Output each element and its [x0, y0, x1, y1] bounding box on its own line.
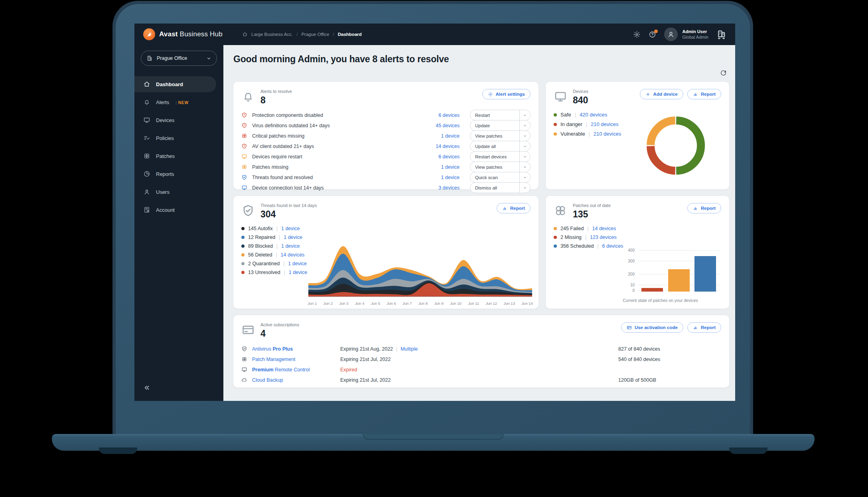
alert-action-dropdown[interactable]: Restart	[470, 110, 531, 120]
dropdown-chevron[interactable]	[519, 183, 530, 193]
legend-devices-link[interactable]: 210 devices	[594, 131, 621, 137]
x-axis-label: Jun 14	[521, 301, 533, 306]
legend-dot	[554, 245, 557, 248]
alert-settings-button[interactable]: Alert settings	[482, 89, 531, 99]
monitor-icon	[143, 116, 150, 124]
dropdown-chevron[interactable]	[519, 162, 530, 172]
subscription-name-link[interactable]: Antivirus Pro Plus	[241, 346, 340, 352]
subscriptions-report-button[interactable]: Report	[687, 322, 721, 333]
pie-icon	[143, 170, 150, 178]
sidebar-item-alerts[interactable]: Alerts | NEW	[134, 94, 216, 110]
patches-report-button[interactable]: Report	[687, 203, 721, 213]
sidebar-collapse-icon[interactable]	[143, 384, 150, 391]
subscription-name-link[interactable]: Premium Remote Control	[241, 367, 340, 373]
threats-report-button[interactable]: Report	[497, 203, 531, 213]
dropdown-label: Restart	[470, 113, 519, 118]
devices-report-button[interactable]: Report	[687, 89, 721, 99]
alert-action-dropdown[interactable]: View patches	[470, 130, 531, 141]
alert-action-dropdown[interactable]: Update	[470, 120, 531, 131]
legend-devices-link[interactable]: 1 device	[284, 235, 302, 240]
sidebar-item-policies[interactable]: Policies	[134, 130, 216, 146]
sidebar-item-users[interactable]: Users	[134, 184, 216, 200]
brand-light: Business Hub	[180, 30, 223, 38]
alert-action-dropdown[interactable]: Quick scan	[470, 172, 531, 183]
y-axis-tick: 200	[628, 272, 635, 276]
breadcrumb-item[interactable]: Large Business Acc.	[251, 32, 293, 37]
dropdown-chevron[interactable]	[519, 120, 530, 130]
alert-row: Patches missing 1 device View patches	[241, 163, 531, 171]
add-device-button[interactable]: Add device	[640, 89, 683, 99]
legend-devices-link[interactable]: 1 device	[281, 243, 300, 249]
bar-scheduled	[694, 256, 716, 292]
alert-devices-link[interactable]: 6 devices	[422, 154, 460, 160]
chevron-down-icon	[206, 56, 211, 61]
breadcrumb-item[interactable]: Prague Office	[301, 32, 329, 37]
subscription-name-link[interactable]: Patch Management	[241, 356, 340, 362]
alert-action-dropdown[interactable]: Dismiss all	[470, 182, 531, 193]
legend-devices-link[interactable]: 1 device	[289, 270, 308, 275]
alert-action-dropdown[interactable]: Restart devices	[470, 151, 531, 162]
subscription-row: Antivirus Pro Plus Expiring 21st Aug, 20…	[241, 345, 721, 352]
refresh-icon[interactable]	[720, 69, 727, 76]
x-axis-label: Jun 1	[308, 301, 317, 306]
dropdown-chevron[interactable]	[519, 110, 530, 120]
dropdown-chevron[interactable]	[519, 152, 530, 162]
report-label: Report	[701, 325, 716, 330]
legend-devices-link[interactable]: 14 devices	[281, 252, 305, 258]
sidebar-item-account[interactable]: Account	[134, 202, 216, 218]
sidebar-item-dashboard[interactable]: Dashboard	[134, 76, 216, 92]
sidebar-item-devices[interactable]: Devices	[134, 112, 216, 128]
home-icon	[242, 32, 248, 37]
sidebar-item-reports[interactable]: Reports	[134, 166, 216, 182]
alert-row: Device connection lost 14+ days 3 device…	[241, 183, 531, 192]
help-icon[interactable]	[649, 31, 656, 38]
sidebar-item-label: Users	[156, 189, 170, 195]
y-axis-tick: 400	[628, 248, 635, 252]
legend-divider: |	[283, 261, 284, 266]
alert-label: Patches missing	[252, 164, 288, 170]
settings-icon[interactable]	[633, 31, 641, 38]
sidebar-item-patches[interactable]: Patches	[134, 148, 216, 164]
subscription-expiry: Expiring 21st Jul, 2022	[340, 357, 453, 362]
dropdown-chevron[interactable]	[519, 172, 530, 182]
subscription-expiry: Expiring 21st Aug, 2022|Multiple	[340, 346, 453, 352]
alert-devices-link[interactable]: 14 devices	[422, 144, 460, 149]
subscription-row: Patch Management Expiring 21st Jul, 2022…	[241, 356, 721, 363]
legend-devices-link[interactable]: 6 devices	[602, 243, 623, 249]
legend-devices-link[interactable]: 14 devices	[592, 226, 616, 231]
use-activation-code-button[interactable]: Use activation code	[621, 322, 683, 333]
legend-devices-link[interactable]: 1 device	[281, 226, 300, 231]
sidebar: Prague Office Dashboard Alerts | NEW Dev…	[134, 45, 223, 401]
subscription-name-link[interactable]: Cloud Backup	[241, 377, 340, 383]
dropdown-chevron[interactable]	[519, 141, 530, 151]
credit-card-icon	[627, 325, 632, 330]
dropdown-chevron[interactable]	[519, 131, 530, 141]
user-meta[interactable]: Admin User Global Admin	[683, 29, 708, 40]
multiple-link[interactable]: Multiple	[400, 346, 418, 352]
avatar[interactable]	[664, 28, 678, 41]
alert-action-dropdown[interactable]: Update all	[470, 141, 531, 152]
alert-devices-link[interactable]: 45 devices	[422, 123, 460, 128]
alert-label: Protection components disabled	[252, 112, 323, 118]
legend-devices-link[interactable]: 123 devices	[590, 235, 617, 240]
alert-devices-link[interactable]: 3 devices	[422, 185, 460, 191]
legend-devices-link[interactable]: 420 devices	[580, 112, 607, 118]
alert-devices-link[interactable]: 6 devices	[422, 112, 460, 118]
alert-devices-link[interactable]: 1 device	[422, 164, 460, 170]
company-switcher-icon[interactable]	[716, 29, 726, 40]
alerts-card: Alerts to resolve 8 Alert settings	[233, 82, 539, 189]
legend-devices-link[interactable]: 1 device	[288, 261, 307, 266]
monitor-icon	[241, 154, 247, 160]
site-selector[interactable]: Prague Office	[141, 51, 217, 66]
threats-count: 304	[260, 209, 317, 220]
patch-icon	[241, 133, 247, 139]
patch-icon	[241, 356, 247, 362]
alert-devices-link[interactable]: 1 device	[422, 133, 460, 139]
legend-devices-link[interactable]: 210 devices	[591, 121, 618, 127]
card-title: Alerts to resolve	[260, 89, 292, 94]
sidebar-item-label: Patches	[156, 153, 175, 159]
new-badge: NEW	[178, 101, 189, 105]
legend-dot	[241, 227, 245, 230]
alert-action-dropdown[interactable]: View patches	[470, 162, 531, 172]
alert-devices-link[interactable]: 1 device	[422, 175, 460, 180]
